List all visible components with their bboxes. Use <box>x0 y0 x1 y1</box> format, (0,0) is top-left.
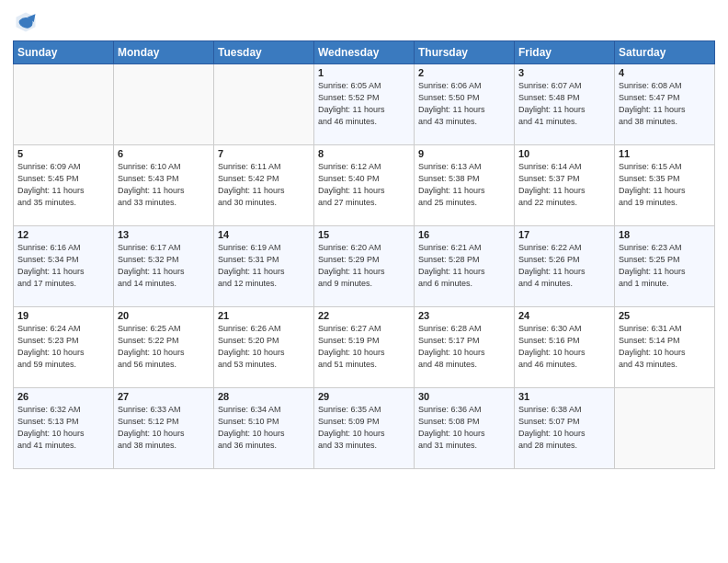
calendar-cell: 12Sunrise: 6:16 AM Sunset: 5:34 PM Dayli… <box>14 226 114 307</box>
day-info: Sunrise: 6:08 AM Sunset: 5:47 PM Dayligh… <box>619 80 711 128</box>
calendar-cell: 20Sunrise: 6:25 AM Sunset: 5:22 PM Dayli… <box>114 307 214 388</box>
day-number: 10 <box>518 148 610 159</box>
day-number: 18 <box>619 229 711 240</box>
day-number: 11 <box>619 148 711 159</box>
day-number: 21 <box>218 310 310 321</box>
calendar-cell: 18Sunrise: 6:23 AM Sunset: 5:25 PM Dayli… <box>615 226 715 307</box>
day-info: Sunrise: 6:20 AM Sunset: 5:29 PM Dayligh… <box>318 242 410 290</box>
day-number: 30 <box>418 391 510 402</box>
calendar-cell: 23Sunrise: 6:28 AM Sunset: 5:17 PM Dayli… <box>415 307 515 388</box>
day-number: 16 <box>418 229 510 240</box>
day-number: 8 <box>318 148 410 159</box>
day-number: 25 <box>619 310 711 321</box>
calendar-cell: 27Sunrise: 6:33 AM Sunset: 5:12 PM Dayli… <box>114 388 214 469</box>
calendar-cell <box>615 388 715 469</box>
day-info: Sunrise: 6:12 AM Sunset: 5:40 PM Dayligh… <box>318 161 410 209</box>
calendar-cell <box>14 64 114 145</box>
day-info: Sunrise: 6:27 AM Sunset: 5:19 PM Dayligh… <box>318 323 410 371</box>
day-number: 20 <box>118 310 210 321</box>
day-info: Sunrise: 6:22 AM Sunset: 5:26 PM Dayligh… <box>518 242 610 290</box>
calendar-cell: 30Sunrise: 6:36 AM Sunset: 5:08 PM Dayli… <box>415 388 515 469</box>
day-number: 26 <box>17 391 109 402</box>
day-number: 19 <box>17 310 109 321</box>
week-row-3: 12Sunrise: 6:16 AM Sunset: 5:34 PM Dayli… <box>14 226 715 307</box>
day-info: Sunrise: 6:06 AM Sunset: 5:50 PM Dayligh… <box>418 80 510 128</box>
calendar-cell: 15Sunrise: 6:20 AM Sunset: 5:29 PM Dayli… <box>314 226 415 307</box>
day-number: 27 <box>118 391 210 402</box>
day-info: Sunrise: 6:10 AM Sunset: 5:43 PM Dayligh… <box>118 161 210 209</box>
calendar-cell: 6Sunrise: 6:10 AM Sunset: 5:43 PM Daylig… <box>114 145 214 226</box>
day-info: Sunrise: 6:28 AM Sunset: 5:17 PM Dayligh… <box>418 323 510 371</box>
day-info: Sunrise: 6:23 AM Sunset: 5:25 PM Dayligh… <box>619 242 711 290</box>
weekday-saturday: Saturday <box>615 41 715 64</box>
page: SundayMondayTuesdayWednesdayThursdayFrid… <box>0 0 728 563</box>
day-info: Sunrise: 6:36 AM Sunset: 5:08 PM Dayligh… <box>418 404 510 452</box>
day-number: 1 <box>318 67 410 78</box>
weekday-tuesday: Tuesday <box>214 41 314 64</box>
weekday-thursday: Thursday <box>415 41 515 64</box>
weekday-sunday: Sunday <box>14 41 114 64</box>
calendar-cell: 8Sunrise: 6:12 AM Sunset: 5:40 PM Daylig… <box>314 145 415 226</box>
calendar-cell: 9Sunrise: 6:13 AM Sunset: 5:38 PM Daylig… <box>415 145 515 226</box>
logo-icon <box>13 9 39 35</box>
day-info: Sunrise: 6:14 AM Sunset: 5:37 PM Dayligh… <box>518 161 610 209</box>
calendar-cell: 24Sunrise: 6:30 AM Sunset: 5:16 PM Dayli… <box>515 307 615 388</box>
day-number: 23 <box>418 310 510 321</box>
calendar-cell: 11Sunrise: 6:15 AM Sunset: 5:35 PM Dayli… <box>615 145 715 226</box>
calendar-cell: 5Sunrise: 6:09 AM Sunset: 5:45 PM Daylig… <box>14 145 114 226</box>
week-row-5: 26Sunrise: 6:32 AM Sunset: 5:13 PM Dayli… <box>14 388 715 469</box>
calendar-cell: 28Sunrise: 6:34 AM Sunset: 5:10 PM Dayli… <box>214 388 314 469</box>
calendar-cell <box>114 64 214 145</box>
day-info: Sunrise: 6:16 AM Sunset: 5:34 PM Dayligh… <box>17 242 109 290</box>
day-number: 3 <box>518 67 610 78</box>
day-info: Sunrise: 6:19 AM Sunset: 5:31 PM Dayligh… <box>218 242 310 290</box>
day-info: Sunrise: 6:38 AM Sunset: 5:07 PM Dayligh… <box>518 404 610 452</box>
day-number: 5 <box>17 148 109 159</box>
day-number: 4 <box>619 67 711 78</box>
day-number: 29 <box>318 391 410 402</box>
calendar-cell: 31Sunrise: 6:38 AM Sunset: 5:07 PM Dayli… <box>515 388 615 469</box>
calendar-cell: 17Sunrise: 6:22 AM Sunset: 5:26 PM Dayli… <box>515 226 615 307</box>
calendar-cell: 13Sunrise: 6:17 AM Sunset: 5:32 PM Dayli… <box>114 226 214 307</box>
day-info: Sunrise: 6:32 AM Sunset: 5:13 PM Dayligh… <box>17 404 109 452</box>
calendar-cell: 2Sunrise: 6:06 AM Sunset: 5:50 PM Daylig… <box>415 64 515 145</box>
calendar-cell: 16Sunrise: 6:21 AM Sunset: 5:28 PM Dayli… <box>415 226 515 307</box>
day-info: Sunrise: 6:09 AM Sunset: 5:45 PM Dayligh… <box>17 161 109 209</box>
day-info: Sunrise: 6:05 AM Sunset: 5:52 PM Dayligh… <box>318 80 410 128</box>
day-number: 28 <box>218 391 310 402</box>
day-number: 31 <box>518 391 610 402</box>
calendar-cell: 1Sunrise: 6:05 AM Sunset: 5:52 PM Daylig… <box>314 64 415 145</box>
day-number: 9 <box>418 148 510 159</box>
logo <box>13 9 42 35</box>
day-info: Sunrise: 6:13 AM Sunset: 5:38 PM Dayligh… <box>418 161 510 209</box>
day-info: Sunrise: 6:25 AM Sunset: 5:22 PM Dayligh… <box>118 323 210 371</box>
day-number: 6 <box>118 148 210 159</box>
day-info: Sunrise: 6:21 AM Sunset: 5:28 PM Dayligh… <box>418 242 510 290</box>
week-row-4: 19Sunrise: 6:24 AM Sunset: 5:23 PM Dayli… <box>14 307 715 388</box>
calendar-table: SundayMondayTuesdayWednesdayThursdayFrid… <box>13 40 715 469</box>
day-number: 22 <box>318 310 410 321</box>
weekday-friday: Friday <box>515 41 615 64</box>
calendar-cell: 22Sunrise: 6:27 AM Sunset: 5:19 PM Dayli… <box>314 307 415 388</box>
day-number: 12 <box>17 229 109 240</box>
calendar-cell: 25Sunrise: 6:31 AM Sunset: 5:14 PM Dayli… <box>615 307 715 388</box>
calendar-cell: 4Sunrise: 6:08 AM Sunset: 5:47 PM Daylig… <box>615 64 715 145</box>
day-info: Sunrise: 6:17 AM Sunset: 5:32 PM Dayligh… <box>118 242 210 290</box>
weekday-monday: Monday <box>114 41 214 64</box>
week-row-2: 5Sunrise: 6:09 AM Sunset: 5:45 PM Daylig… <box>14 145 715 226</box>
day-info: Sunrise: 6:07 AM Sunset: 5:48 PM Dayligh… <box>518 80 610 128</box>
header <box>13 9 715 35</box>
week-row-1: 1Sunrise: 6:05 AM Sunset: 5:52 PM Daylig… <box>14 64 715 145</box>
calendar-cell: 14Sunrise: 6:19 AM Sunset: 5:31 PM Dayli… <box>214 226 314 307</box>
day-number: 24 <box>518 310 610 321</box>
calendar-cell: 29Sunrise: 6:35 AM Sunset: 5:09 PM Dayli… <box>314 388 415 469</box>
weekday-header-row: SundayMondayTuesdayWednesdayThursdayFrid… <box>14 41 715 64</box>
calendar-cell: 10Sunrise: 6:14 AM Sunset: 5:37 PM Dayli… <box>515 145 615 226</box>
day-info: Sunrise: 6:26 AM Sunset: 5:20 PM Dayligh… <box>218 323 310 371</box>
day-number: 17 <box>518 229 610 240</box>
day-number: 14 <box>218 229 310 240</box>
day-info: Sunrise: 6:35 AM Sunset: 5:09 PM Dayligh… <box>318 404 410 452</box>
day-number: 7 <box>218 148 310 159</box>
day-number: 13 <box>118 229 210 240</box>
calendar-cell <box>214 64 314 145</box>
